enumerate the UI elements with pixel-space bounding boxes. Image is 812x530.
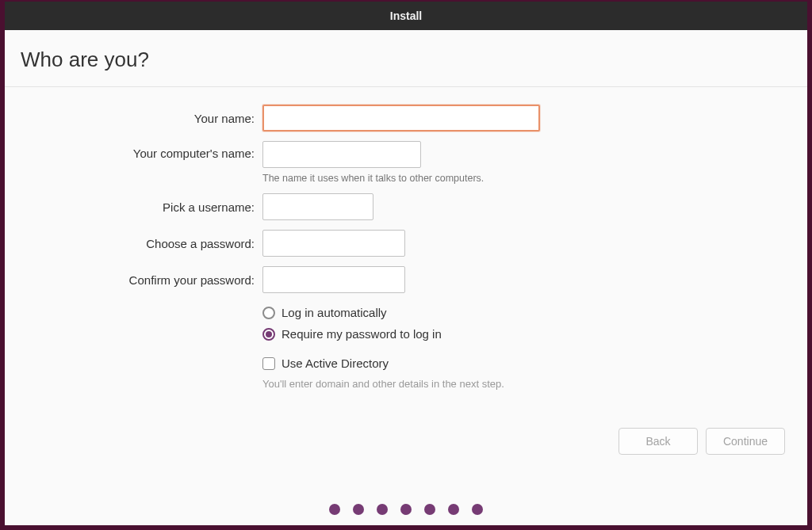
window-title: Install (390, 10, 422, 22)
installer-window: Install Who are you? Your name: Your com… (5, 2, 807, 525)
active-directory-hint: You'll enter domain and other details in… (262, 378, 807, 390)
row-computer-name: Your computer's name: The name it uses w… (5, 141, 807, 184)
password-input[interactable] (262, 230, 405, 257)
titlebar: Install (5, 2, 807, 30)
active-directory-label: Use Active Directory (282, 357, 389, 370)
label-password: Choose a password: (5, 237, 262, 250)
progress-dot (424, 504, 435, 515)
progress-dot (448, 504, 459, 515)
progress-dot (329, 504, 340, 515)
checkbox-icon (262, 357, 275, 370)
page-title: Who are you? (21, 48, 791, 72)
progress-dot (353, 504, 364, 515)
row-password: Choose a password: (5, 230, 807, 257)
your-name-input[interactable] (262, 105, 540, 132)
radio-icon (262, 328, 275, 341)
label-confirm-password: Confirm your password: (5, 273, 262, 287)
login-options: Log in automatically Require my password… (262, 306, 807, 390)
progress-dot (377, 504, 388, 515)
radio-icon (262, 307, 275, 319)
active-directory-checkbox[interactable]: Use Active Directory (262, 357, 807, 370)
username-input[interactable] (262, 193, 373, 220)
button-row: Back Continue (5, 390, 807, 455)
heading-row: Who are you? (5, 30, 807, 86)
label-computer-name: Your computer's name: (5, 141, 262, 160)
confirm-password-input[interactable] (262, 266, 405, 293)
row-confirm-password: Confirm your password: (5, 266, 807, 293)
login-require-password-label: Require my password to log in (282, 327, 442, 341)
row-username: Pick a username: (5, 193, 807, 220)
progress-dot (400, 504, 412, 515)
label-your-name: Your name: (5, 112, 262, 125)
progress-dot (472, 504, 483, 515)
computer-name-hint: The name it uses when it talks to other … (262, 173, 484, 184)
login-auto-label: Log in automatically (282, 306, 387, 319)
login-auto-radio[interactable]: Log in automatically (262, 306, 807, 319)
progress-dots (5, 504, 807, 515)
computer-name-input[interactable] (262, 141, 421, 168)
form-area: Your name: Your computer's name: The nam… (5, 87, 807, 390)
continue-button[interactable]: Continue (706, 428, 785, 455)
row-your-name: Your name: (5, 105, 807, 132)
label-username: Pick a username: (5, 200, 262, 214)
login-require-password-radio[interactable]: Require my password to log in (262, 327, 807, 341)
back-button[interactable]: Back (619, 428, 698, 455)
